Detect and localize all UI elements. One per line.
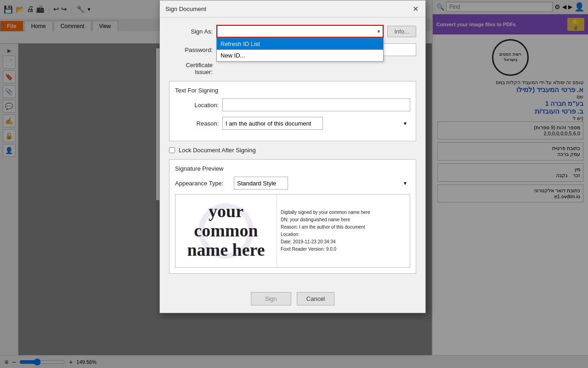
appearance-type-label: Appearance Type:: [175, 180, 230, 187]
sig-detail-line3: Reason: I am the author of this document: [281, 224, 406, 231]
location-input[interactable]: [222, 98, 410, 111]
password-label: Password:: [169, 46, 213, 53]
sig-detail-line2: DN: your distinguished name here: [281, 216, 406, 224]
sig-detail-line1: Digitally signed by your common name her…: [281, 209, 406, 216]
sig-detail-line5: Date: 2019-11-23 20:34:34: [281, 238, 406, 246]
dialog-title: Sign Document: [165, 6, 206, 12]
appearance-select-wrapper: Standard Style Creator ▼: [234, 177, 410, 190]
sig-detail-line6: Foxit Reader Version: 9.0.0: [281, 246, 406, 253]
text-for-signing-header: Text For Signing: [175, 87, 410, 94]
cancel-button[interactable]: Cancel: [297, 292, 334, 305]
cert-issuer-label: Certificate Issuer:: [169, 62, 213, 75]
signature-preview-section: Signature Preview Appearance Type: Stand…: [169, 159, 416, 274]
info-button[interactable]: Info...: [387, 26, 416, 37]
location-row: Location:: [175, 98, 410, 111]
lock-checkbox[interactable]: [169, 147, 175, 153]
reason-dropdown-arrow: ▼: [403, 121, 407, 126]
dialog-footer: Sign Cancel: [160, 287, 425, 313]
lock-checkbox-row: Lock Document After Signing: [169, 147, 416, 154]
close-button[interactable]: ✕: [411, 4, 420, 13]
reason-row: Reason: I am the author of this document…: [175, 117, 410, 130]
dropdown-item-new[interactable]: New ID...: [217, 50, 383, 61]
dropdown-item-refresh[interactable]: Refresh ID List: [217, 38, 383, 50]
dialog-body: Sign As: ▼ Refresh ID List New ID... Inf…: [160, 17, 425, 287]
appearance-dropdown-arrow: ▼: [403, 181, 407, 186]
sign-as-container: ▼ Refresh ID List New ID...: [216, 25, 384, 38]
sig-name-text: your common name here: [180, 202, 272, 259]
sign-as-row: Sign As: ▼ Refresh ID List New ID... Inf…: [169, 25, 416, 38]
sign-as-label: Sign As:: [169, 28, 213, 35]
location-label: Location:: [175, 102, 219, 109]
dialog-titlebar: Sign Document ✕: [160, 0, 425, 17]
signature-preview-box: your common name here Digitally signed b…: [175, 194, 410, 268]
sign-as-dropdown-menu: Refresh ID List New ID...: [216, 38, 384, 62]
sign-button[interactable]: Sign: [251, 292, 291, 305]
sig-right-panel: Digitally signed by your common name her…: [277, 195, 410, 267]
appearance-type-row: Appearance Type: Standard Style Creator …: [175, 177, 410, 190]
reason-select-wrapper: I am the author of this document I have …: [222, 117, 410, 130]
appearance-select[interactable]: Standard Style Creator: [234, 177, 288, 190]
text-for-signing-section: Text For Signing Location: Reason: I am …: [169, 81, 416, 141]
reason-select[interactable]: I am the author of this document I have …: [222, 117, 323, 130]
sign-dialog: Sign Document ✕ Sign As: ▼ Refresh ID Li…: [159, 0, 426, 313]
cert-issuer-row: Certificate Issuer:: [169, 62, 416, 75]
reason-label: Reason:: [175, 120, 219, 127]
sign-as-input[interactable]: [216, 25, 384, 38]
sig-left-panel: your common name here: [175, 195, 277, 267]
signature-preview-header: Signature Preview: [175, 165, 410, 172]
lock-label: Lock Document After Signing: [179, 147, 256, 154]
sig-detail-line4: Location:: [281, 231, 406, 238]
